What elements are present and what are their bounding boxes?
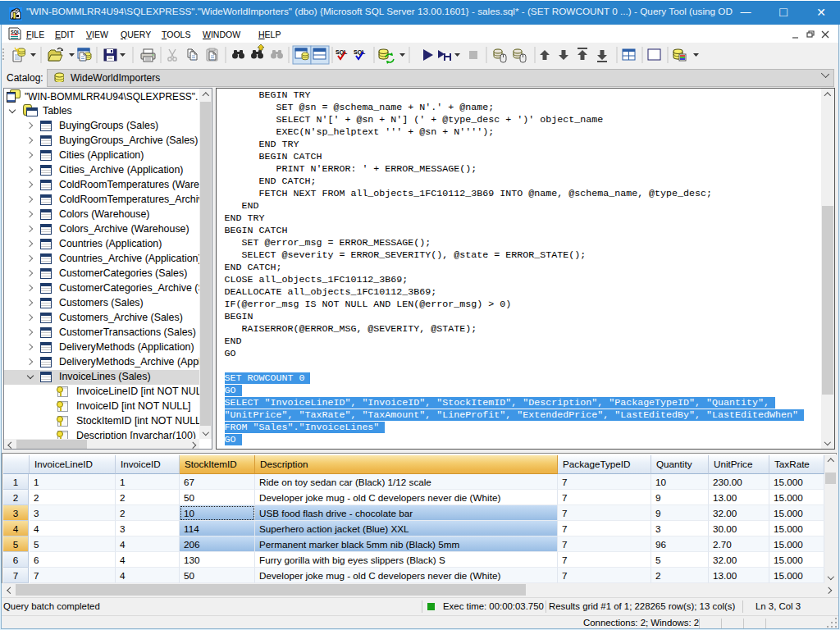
svg-text:SQL: SQL (11, 30, 21, 34)
svg-text:SQL: SQL (354, 49, 366, 56)
svg-text:SQL: SQL (336, 49, 348, 56)
